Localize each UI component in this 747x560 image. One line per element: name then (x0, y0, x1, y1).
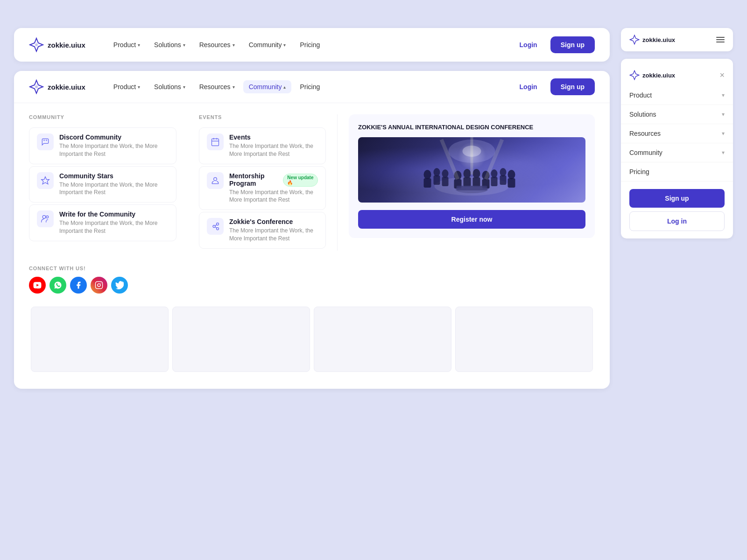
svg-point-11 (214, 177, 217, 181)
connect-title: CONNECT WITH US! (29, 266, 595, 271)
discord-community-item[interactable]: Discord Community The More Important the… (29, 127, 176, 164)
svg-rect-46 (96, 281, 103, 288)
placeholder-3 (314, 307, 451, 372)
svg-point-2 (43, 140, 45, 141)
svg-point-5 (42, 216, 46, 219)
hamburger-menu[interactable] (716, 37, 725, 42)
content-nav-actions: Login Sign up (512, 78, 595, 95)
svg-line-16 (215, 227, 217, 228)
svg-point-20 (424, 170, 431, 179)
svg-rect-31 (491, 177, 498, 186)
top-signup-button[interactable]: Sign up (550, 36, 595, 53)
events-item[interactable]: Events The More Important the Work, the … (199, 127, 326, 164)
svg-rect-25 (442, 177, 449, 186)
mentorship-icon (207, 172, 224, 189)
sidebar-item-community[interactable]: Community ▾ (621, 143, 733, 162)
content-logo[interactable]: zokkie.uiux (29, 79, 85, 94)
conference-svg (358, 137, 585, 203)
sidebar-item-solutions[interactable]: Solutions ▾ (621, 105, 733, 124)
content-nav-pricing[interactable]: Pricing (294, 80, 325, 93)
content-nav: zokkie.uiux Product ▾ Solutions ▾ Resour… (14, 71, 610, 103)
chevron-up-icon: ▴ (283, 84, 286, 90)
sidebar-menu-card: zokkie.uiux × Product ▾ Solutions ▾ Reso… (621, 59, 733, 238)
sidebar-item-resources[interactable]: Resources ▾ (621, 124, 733, 143)
svg-rect-21 (424, 178, 431, 188)
top-login-button[interactable]: Login (512, 37, 545, 52)
nav-resources[interactable]: Resources ▾ (194, 38, 240, 51)
svg-rect-29 (500, 175, 507, 185)
sidebar-item-product[interactable]: Product ▾ (621, 86, 733, 105)
svg-point-1 (35, 85, 38, 88)
sidebar-menu-logo-text: zokkie.uiux (642, 72, 675, 79)
mentorship-item[interactable]: Mentorship Program New update 🔥 The More… (199, 166, 326, 210)
top-logo[interactable]: zokkie.uiux (29, 37, 85, 52)
zokkie-conf-title: Zokkie's Conference (229, 218, 318, 225)
svg-point-47 (98, 284, 100, 287)
svg-rect-35 (464, 177, 471, 187)
whatsapp-icon[interactable] (49, 277, 66, 294)
placeholder-2 (172, 307, 310, 372)
zokkie-conference-item[interactable]: Zokkie's Conference The More Important t… (199, 212, 326, 249)
nav-product[interactable]: Product ▾ (108, 38, 146, 51)
calendar-icon (207, 133, 224, 150)
discord-icon (37, 133, 54, 150)
chevron-down-icon: ▾ (138, 84, 140, 90)
content-nav-solutions[interactable]: Solutions ▾ (148, 80, 191, 93)
connect-section: CONNECT WITH US! (14, 266, 610, 305)
content-nav-resources[interactable]: Resources ▾ (194, 80, 240, 93)
svg-point-6 (46, 216, 49, 218)
sidebar-top-logo[interactable]: zokkie.uiux (629, 35, 675, 45)
top-nav-card: zokkie.uiux Product ▾ Solutions ▾ Resour… (14, 28, 610, 62)
chevron-down-icon: ▾ (183, 42, 185, 48)
write-community-item[interactable]: Write for the Community The More Importa… (29, 204, 176, 241)
svg-point-34 (464, 169, 471, 178)
top-nav-actions: Login Sign up (512, 36, 595, 53)
sidebar-close-button[interactable]: × (719, 70, 725, 80)
social-icons (29, 277, 595, 294)
content-logo-icon (29, 79, 44, 94)
community-stars-item[interactable]: Community Stars The More Important the W… (29, 166, 176, 203)
placeholder-1 (31, 307, 169, 372)
logo-icon (29, 37, 44, 52)
svg-line-15 (215, 224, 217, 226)
sidebar-signup-button[interactable]: Sign up (629, 189, 725, 208)
chevron-down-icon: ▾ (722, 149, 725, 156)
svg-point-3 (46, 140, 47, 141)
content-nav-community[interactable]: Community ▴ (243, 80, 292, 93)
svg-point-30 (491, 169, 498, 178)
sidebar-item-pricing[interactable]: Pricing (621, 162, 733, 182)
stars-desc: The More Important the Work, the More Im… (59, 181, 169, 197)
twitter-icon[interactable] (111, 277, 128, 294)
svg-rect-41 (457, 186, 487, 190)
register-now-button[interactable]: Register now (358, 210, 585, 229)
svg-rect-23 (434, 175, 440, 185)
write-icon (37, 210, 54, 227)
events-col-header: EVENTS (199, 114, 326, 120)
dropdown-columns: COMMUNITY Discord Community The More Imp (29, 114, 595, 251)
chevron-down-icon: ▾ (138, 42, 140, 48)
content-login-button[interactable]: Login (512, 79, 545, 94)
svg-point-48 (100, 283, 101, 284)
content-signup-button[interactable]: Sign up (550, 78, 595, 95)
write-desc: The More Important the Work, the More Im… (59, 219, 169, 235)
discord-title: Discord Community (59, 133, 169, 141)
zokkie-conf-desc: The More Important the Work, the More Im… (229, 227, 318, 243)
sidebar-top-logo-text: zokkie.uiux (642, 36, 675, 43)
sidebar-login-button[interactable]: Log in (629, 211, 725, 231)
nav-community[interactable]: Community ▾ (243, 38, 292, 51)
content-nav-product[interactable]: Product ▾ (108, 80, 146, 93)
chevron-down-icon: ▾ (233, 42, 235, 48)
chevron-down-icon: ▾ (722, 92, 725, 98)
sidebar-menu-logo[interactable]: zokkie.uiux (629, 70, 675, 80)
stars-icon (37, 172, 54, 189)
svg-marker-4 (42, 176, 49, 184)
youtube-icon[interactable] (29, 277, 46, 294)
content-nav-links: Product ▾ Solutions ▾ Resources ▾ Commun… (108, 80, 512, 93)
nav-solutions[interactable]: Solutions ▾ (148, 38, 191, 51)
instagram-icon[interactable] (91, 277, 107, 294)
facebook-icon[interactable] (70, 277, 87, 294)
conference-link-icon (207, 218, 224, 235)
sidebar-top-card: zokkie.uiux (621, 28, 733, 51)
nav-pricing[interactable]: Pricing (294, 38, 325, 51)
svg-rect-37 (473, 177, 480, 187)
